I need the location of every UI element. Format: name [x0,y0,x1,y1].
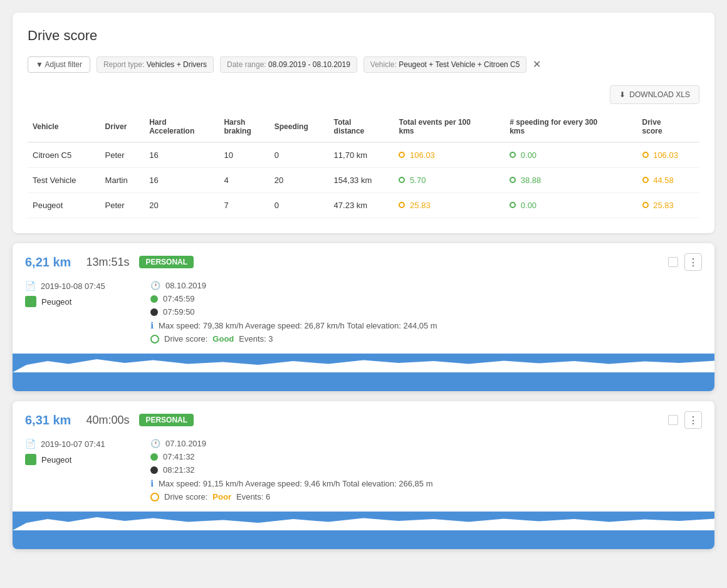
score-circle-icon [150,493,159,501]
trip-vehicle-row: Peugeot [25,296,150,307]
cell-hard-acceleration: 16 [144,168,219,193]
table-row: Citroen C5 Peter 16 10 0 11,70 km 106.03… [28,142,699,168]
score-dot [642,177,649,183]
col-harsh-braking: Harshbraking [219,112,269,142]
score-value: 106.03 [653,150,678,160]
cell-vehicle: Citroen C5 [28,142,100,168]
trip-date-row: 📄 2019-10-07 07:41 [25,439,150,449]
download-row: ⬇ DOWNLOAD XLS [28,85,699,104]
trip-vehicle-row: Peugeot [25,454,150,465]
trip-end-time: 08:21:32 [163,465,195,475]
cell-driver: Martin [100,168,145,193]
cell-speeding: 20 [269,168,329,193]
score-dot [642,152,649,158]
drive-score-value: Good [212,334,234,344]
cell-harsh-braking: 4 [219,168,269,193]
events-dot [399,202,405,208]
trip-right: 🕐 07.10.2019 07:41:32 08:21:32 ℹ Max spe… [150,439,702,501]
score-value: 25.83 [653,201,674,210]
cell-drive-score: 106.03 [637,142,699,168]
trip-date-label: 2019-10-07 07:41 [41,439,105,449]
clock-icon: 🕐 [150,439,160,448]
cell-hard-acceleration: 16 [144,142,219,168]
drive-score-table: Vehicle Driver HardAcceleration Harshbra… [28,112,699,218]
table-header-row: Vehicle Driver HardAcceleration Harshbra… [28,112,699,142]
vehicle-label: Vehicle: [370,60,397,69]
trip-date-label: 2019-10-08 07:45 [41,281,105,291]
col-speeding-300: # speeding for every 300kms [505,112,637,142]
trip-card-header: 6,21 km 13m:51s PERSONAL ⋮ [13,243,714,281]
col-events-per-100: Total events per 100kms [394,112,505,142]
table-row: Test Vehicle Martin 16 4 20 154,33 km 5.… [28,168,699,193]
speeding-value: 38.88 [521,176,541,185]
trips-container: 6,21 km 13m:51s PERSONAL ⋮ 📄 2019-10-08 … [13,243,714,549]
cell-speeding: 0 [269,193,329,218]
cell-speeding: 0 [269,142,329,168]
elevation-chart [13,354,714,391]
end-time-dot [150,308,158,316]
trip-type-badge: PERSONAL [139,414,194,426]
trip-end-time: 07:59:50 [163,307,195,317]
cell-total-distance: 47.23 km [329,193,394,218]
trip-start-time: 07:41:32 [163,452,195,461]
cell-events-per-100: 25.83 [394,193,505,218]
trip-end-time-row: 08:21:32 [150,465,702,475]
drive-score-label: Drive score: [164,492,207,501]
events-value: 106.03 [410,150,435,160]
trip-more-button[interactable]: ⋮ [684,253,702,271]
trip-stats-row: ℹ Max speed: 79,38 km/h Average speed: 2… [150,320,702,330]
vehicle-color-indicator [25,296,36,307]
col-speeding: Speeding [269,112,329,142]
elevation-chart [13,512,714,549]
vehicle-color-indicator [25,454,36,465]
start-time-dot [150,453,158,461]
download-label: DOWNLOAD XLS [629,90,690,99]
cell-events-per-100: 106.03 [394,142,505,168]
drive-score-label: Drive score: [164,334,207,344]
cell-events-per-100: 5.70 [394,168,505,193]
trip-start-time: 07:45:59 [163,294,195,303]
cell-speeding-300: 0.00 [505,193,637,218]
cell-driver: Peter [100,142,145,168]
score-dot [642,202,649,208]
trip-stats: Max speed: 91,15 km/h Average speed: 9,4… [159,479,432,488]
speeding-dot [510,202,516,208]
clear-filter-icon[interactable]: ✕ [533,60,541,70]
trip-left: 📄 2019-10-07 07:41 Peugeot [25,439,150,501]
document-icon: 📄 [25,281,36,291]
trip-more-button[interactable]: ⋮ [684,411,702,429]
trip-duration: 13m:51s [86,256,129,269]
trip-right: 🕐 08.10.2019 07:45:59 07:59:50 ℹ Max spe… [150,281,702,344]
adjust-filter-button[interactable]: ▼ Adjust filter [28,56,90,73]
cell-speeding-300: 0.00 [505,142,637,168]
cell-drive-score: 25.83 [637,193,699,218]
trip-distance: 6,21 km [25,255,71,270]
trip-stats-row: ℹ Max speed: 91,15 km/h Average speed: 9… [150,478,702,488]
col-drive-score: Drivescore [637,112,699,142]
trip-start-time-row: 07:45:59 [150,294,702,303]
trip-checkbox[interactable] [668,257,678,267]
info-icon: ℹ [150,320,154,330]
download-xls-button[interactable]: ⬇ DOWNLOAD XLS [610,85,699,104]
events-count: Events: 6 [236,492,270,501]
col-total-distance: Totaldistance [329,112,394,142]
trip-distance: 6,31 km [25,413,71,428]
cell-drive-score: 44.58 [637,168,699,193]
trip-date-info-row: 🕐 08.10.2019 [150,281,702,290]
cell-speeding-300: 38.88 [505,168,637,193]
trip-vehicle-name: Peugeot [41,455,71,465]
events-count: Events: 3 [239,334,273,344]
drive-score-value: Poor [212,492,231,501]
download-icon: ⬇ [619,90,625,99]
trip-checkbox[interactable] [668,415,678,425]
trip-start-time-row: 07:41:32 [150,452,702,461]
cell-harsh-braking: 10 [219,142,269,168]
end-time-dot [150,466,158,474]
col-driver: Driver [100,112,145,142]
cell-hard-acceleration: 20 [144,193,219,218]
trip-card-header: 6,31 km 40m:00s PERSONAL ⋮ [13,401,714,439]
score-value: 44.58 [653,176,674,185]
trip-stats: Max speed: 79,38 km/h Average speed: 26,… [159,321,437,330]
score-circle-icon [150,335,159,344]
trip-left: 📄 2019-10-08 07:45 Peugeot [25,281,150,344]
